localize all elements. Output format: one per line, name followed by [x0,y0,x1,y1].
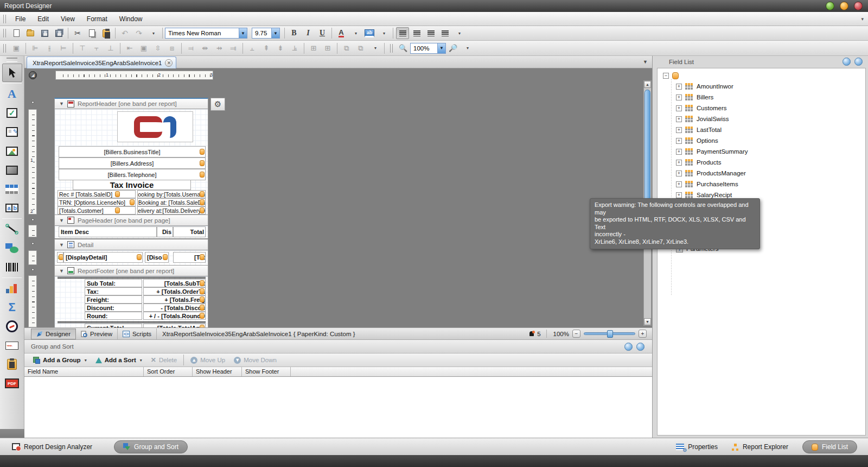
design-surface[interactable]: ◢ 1 2 3 1 2 ▼ Rep [24,68,652,327]
tab-preview[interactable]: Preview [76,329,118,339]
tool-pivotgrid[interactable] [2,355,22,374]
tool-richtext[interactable] [2,123,22,141]
footer-label[interactable]: Discount: [85,304,142,312]
make-same-height-button[interactable]: ⇳ [151,42,164,54]
properties-button[interactable]: Properties [676,443,718,451]
tree-node-table[interactable]: +Options [658,135,865,146]
size-to-control-button[interactable]: ▣ [137,42,150,54]
equal-vertical-spacing-button[interactable]: ⫠ [246,42,259,54]
menu-format[interactable]: Format [81,13,113,25]
zoom-in-button[interactable]: 🔎 [446,42,459,54]
equal-horizontal-spacing-button[interactable]: ⫤ [184,42,197,54]
zoom-slider[interactable] [584,332,635,335]
column-total[interactable]: Total [173,226,206,237]
tab-designer[interactable]: Designer [31,329,76,339]
field-list-tree[interactable]: − DSSalesInvoice +AmountInwor +Billers +… [657,68,866,436]
field-telephone[interactable]: [Billers.Telephone] [59,169,206,180]
decrease-horizontal-spacing-button[interactable]: ⇸ [213,42,226,54]
panel-close-button[interactable] [636,343,644,351]
align-dropdown[interactable]: ▾ [452,27,465,39]
tool-picturebox[interactable] [2,142,22,160]
zoom-slider-thumb[interactable] [607,330,613,338]
field-business-title[interactable]: [Billers.BusinessTitle] [59,146,206,157]
footer-label[interactable]: Tax: [85,287,142,295]
send-to-back-button[interactable]: ⧉ [354,42,367,54]
company-logo[interactable] [117,111,193,142]
field-customer[interactable]: [Totals.Customer] [58,206,136,214]
tree-node-table[interactable]: +PurchaseItems [658,179,865,190]
align-centers-button[interactable]: ⫲ [43,42,56,54]
group-sort-grid-body[interactable] [24,377,652,438]
tool-chart[interactable] [2,279,22,298]
field-booking-at[interactable]: Booking at: [Totals.SaleDa [137,198,206,206]
page-header-band[interactable]: Item Desc Dis Total [54,226,208,238]
move-down-button[interactable]: ▼ Move Down [229,355,281,365]
detail-band[interactable]: ≣ [DisplayDetail] [Diso [Tot [54,250,208,265]
move-up-button[interactable]: ▲ Move Up [186,355,229,365]
cut-button[interactable]: ✂ [71,27,84,39]
page-header-band-header[interactable]: ▼ PageHeader [one band per page] [54,214,208,226]
expand-icon[interactable]: + [676,127,682,133]
tree-node-table[interactable]: +LastTotal [658,124,865,135]
tool-gauge[interactable] [2,317,22,336]
footer-value[interactable]: [Totals.TotalAmo [143,324,206,327]
group-and-sort-toggle[interactable]: Group and Sort [114,440,188,453]
make-same-width-button[interactable]: ⇤ [123,42,136,54]
tree-node-table[interactable]: +Billers [658,92,865,103]
undo-dropdown[interactable]: ▾ [146,27,159,39]
make-same-size-button[interactable]: ⧈ [165,42,178,54]
field-display-detail[interactable]: [DisplayDetail] [63,252,143,263]
document-tab[interactable]: XtraReportSaleInvoice35EngArabSaleInvoic… [27,56,176,68]
tool-panel[interactable] [2,161,22,179]
report-footer-band[interactable]: Sub Total: [Totals.SubTot Tax: + [Totals… [54,276,208,327]
footer-value[interactable]: [Totals.SubTot [143,279,206,287]
paste-button[interactable] [99,27,112,39]
field-list-toggle[interactable]: Field List [802,440,857,453]
align-left-edges-button[interactable]: ⊫ [29,42,42,54]
increase-vertical-spacing-button[interactable]: ⇞ [260,42,273,54]
align-left-button[interactable] [396,27,409,39]
menu-overflow-icon[interactable]: ▾ [861,16,864,22]
increase-horizontal-spacing-button[interactable]: ⇹ [199,42,212,54]
field-trn[interactable]: TRN: [Options.LicenseNo] [58,198,136,206]
highlight-dropdown[interactable]: ▾ [377,27,390,39]
report-design-analyzer-button[interactable]: Report Design Analyzer [12,443,92,451]
tab-scripts[interactable]: <> Scripts [118,329,157,339]
menu-view[interactable]: View [55,13,81,25]
notification-count[interactable]: 5 [537,331,540,337]
expand-icon[interactable]: + [676,116,682,122]
tree-node-table[interactable]: +JovialSwiss [658,113,865,124]
maximize-button[interactable] [840,2,848,10]
align-right-edges-button[interactable]: ⊨ [57,42,70,54]
expand-icon[interactable]: + [676,84,682,90]
footer-value[interactable]: + / - [Totals.RoundD [143,312,206,320]
report-header-band-header[interactable]: ▼ ReportHeader [one band per report] [54,98,208,109]
footer-value[interactable]: + [Totals.Freig [143,295,206,304]
decrease-vertical-spacing-button[interactable]: ⇟ [274,42,287,54]
tree-node-table[interactable]: +ProductsManager [658,168,865,179]
tab-close-icon[interactable]: ✕ [165,59,173,67]
panel-pin-button[interactable] [843,58,851,66]
field-delivery-at[interactable]: Delivery at:[Totals.DeliveryD [137,206,206,214]
remove-horizontal-spacing-button[interactable]: ⫥ [227,42,240,54]
expand-icon[interactable]: + [676,149,682,155]
minimize-button[interactable] [826,2,834,10]
remove-vertical-spacing-button[interactable]: ⫡ [288,42,301,54]
align-tops-button[interactable]: ⊤ [76,42,89,54]
collapse-icon[interactable]: ▼ [59,268,64,274]
scroll-down-icon[interactable]: ▼ [644,318,651,325]
ruler-origin-button[interactable]: ◢ [29,71,37,79]
zoom-out-button[interactable]: − [572,330,580,338]
field-discount[interactable]: [Diso [145,252,169,263]
zoom-out-button[interactable]: 🔍 [397,42,410,54]
field-total[interactable]: [Tot [173,252,206,263]
field-tax-invoice-title[interactable]: Tax Invoice [73,180,191,190]
redo-button[interactable]: ↷ [132,27,145,39]
zoom-in-button[interactable]: + [639,330,647,338]
align-center-button[interactable] [410,27,423,39]
expand-icon[interactable]: + [676,181,682,187]
expand-icon[interactable]: + [676,105,682,111]
add-group-button[interactable]: Add a Group ▾ [29,355,91,365]
tree-node-table[interactable]: +Products [658,157,865,168]
tree-node-datasource[interactable]: − DSSalesInvoice [658,70,865,81]
